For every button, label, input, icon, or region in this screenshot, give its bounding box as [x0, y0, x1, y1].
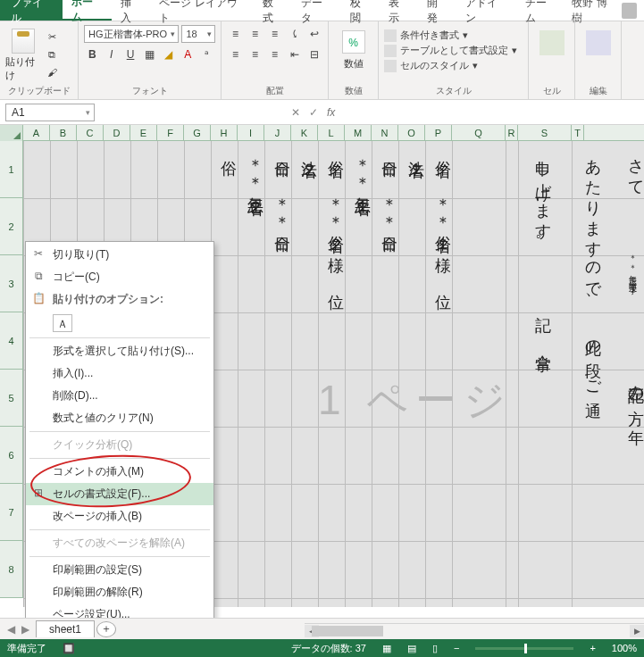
paste-options[interactable]: Ａ [26, 311, 213, 336]
tab-view[interactable]: 表示 [380, 0, 418, 21]
col-header-P[interactable]: P [425, 125, 452, 140]
group-alignment: ≡ ≡ ≡ ⤹ ↩ ≡ ≡ ≡ ⇤ ⊟ 配置 [222, 21, 329, 99]
ctx-i[interactable]: 挿入(I)... [26, 362, 213, 385]
account-user[interactable]: 牧野 博樹 [565, 0, 644, 21]
tab-nav-prev[interactable]: ◀ [7, 623, 15, 636]
tab-nav-next[interactable]: ▶ [21, 623, 29, 636]
col-header-C[interactable]: C [77, 125, 104, 140]
cell-styles-button[interactable]: セルのスタイル ▾ [384, 59, 523, 72]
cut-button[interactable]: ✂ [43, 29, 61, 45]
underline-button[interactable]: U [122, 46, 138, 63]
col-header-I[interactable]: I [238, 125, 264, 140]
col-header-D[interactable]: D [104, 125, 130, 140]
border-button[interactable]: ▦ [141, 46, 157, 63]
col-header-Q[interactable]: Q [452, 125, 506, 140]
col-header-E[interactable]: E [130, 125, 157, 140]
col-header-H[interactable]: H [211, 125, 238, 140]
find-icon[interactable] [586, 30, 611, 55]
tab-page-layout[interactable]: ページ レイアウト [150, 0, 254, 21]
view-normal-icon[interactable]: ▦ [382, 643, 391, 654]
font-size-combo[interactable]: 18 [181, 25, 215, 43]
select-all-corner[interactable] [0, 125, 23, 141]
group-editing: 編集 [575, 21, 622, 99]
tab-home[interactable]: ホーム [63, 0, 112, 21]
ctx-c[interactable]: ⧉コピー(C) [26, 266, 213, 288]
col-header-O[interactable]: O [398, 125, 425, 140]
scroll-right-arrow[interactable]: ▶ [630, 625, 644, 637]
align-middle[interactable]: ≡ [247, 25, 263, 43]
conditional-format-button[interactable]: 条件付き書式 ▾ [384, 29, 523, 42]
format-as-table-button[interactable]: テーブルとして書式設定 ▾ [384, 44, 523, 57]
row-header-1[interactable]: 1 [0, 141, 22, 198]
row-header-2[interactable]: 2 [0, 198, 22, 255]
col-header-L[interactable]: L [318, 125, 345, 140]
align-right[interactable]: ≡ [266, 46, 283, 63]
col-header-A[interactable]: A [23, 125, 50, 140]
phonetic-button[interactable]: ᵃ [199, 46, 215, 63]
ctx-s[interactable]: 形式を選択して貼り付け(S)... [26, 340, 213, 362]
align-center[interactable]: ≡ [247, 46, 263, 63]
zoom-out[interactable]: − [454, 643, 459, 653]
horizontal-scrollbar[interactable]: ◀ ▶ [305, 623, 644, 639]
paste-button[interactable]: 貼り付け [5, 25, 41, 82]
row-header-7[interactable]: 7 [0, 484, 22, 541]
name-box[interactable]: A1 [5, 104, 95, 121]
tab-addin[interactable]: アドイン [456, 0, 515, 21]
col-header-R[interactable]: R [506, 125, 518, 140]
view-pagebreak-icon[interactable]: ▯ [432, 643, 438, 654]
view-layout-icon[interactable]: ▤ [407, 643, 416, 654]
format-painter-button[interactable]: 🖌 [43, 64, 61, 80]
col-header-K[interactable]: K [291, 125, 318, 140]
ctx-r[interactable]: 印刷範囲の解除(R) [26, 581, 213, 603]
tab-data[interactable]: データ [292, 0, 341, 21]
zoom-slider[interactable] [475, 647, 573, 650]
indent-dec[interactable]: ⇤ [286, 46, 303, 63]
tab-review[interactable]: 校閲 [341, 0, 380, 21]
tab-team[interactable]: チーム [516, 0, 565, 21]
align-top[interactable]: ≡ [227, 25, 244, 43]
sheet-tab[interactable]: sheet1 [36, 620, 95, 637]
col-header-S[interactable]: S [518, 125, 572, 140]
zoom-in[interactable]: + [590, 643, 595, 653]
file-tab[interactable]: ファイル [0, 0, 63, 21]
col-header-F[interactable]: F [157, 125, 184, 140]
zoom-level[interactable]: 100% [612, 643, 637, 653]
font-color-button[interactable]: A [180, 46, 196, 63]
fill-color-button[interactable]: ◢ [161, 46, 177, 63]
new-sheet-button[interactable]: ＋ [96, 621, 116, 637]
bold-button[interactable]: B [84, 46, 100, 63]
ctx-t[interactable]: ✂切り取り(T) [26, 244, 213, 266]
tab-insert[interactable]: 挿入 [112, 0, 150, 21]
col-header-T[interactable]: T [572, 125, 584, 140]
scroll-thumb[interactable] [312, 626, 383, 636]
orientation-button[interactable]: ⤹ [286, 25, 303, 43]
align-bottom[interactable]: ≡ [266, 25, 283, 43]
col-header-M[interactable]: M [345, 125, 372, 140]
tab-developer[interactable]: 開発 [418, 0, 456, 21]
font-name-combo[interactable]: HG正楷書体-PRO [84, 25, 179, 43]
tab-formulas[interactable]: 数式 [254, 0, 292, 21]
cancel-icon[interactable]: ✕ [291, 106, 300, 119]
italic-button[interactable]: I [103, 46, 119, 63]
col-header-N[interactable]: N [372, 125, 398, 140]
col-header-B[interactable]: B [50, 125, 77, 140]
row-header-3[interactable]: 3 [0, 255, 22, 312]
enter-icon[interactable]: ✓ [309, 106, 318, 119]
row-header-6[interactable]: 6 [0, 427, 22, 484]
wrap-button[interactable]: ↩ [305, 25, 322, 43]
fx-icon[interactable]: fx [327, 106, 335, 119]
ctx-s[interactable]: 印刷範囲の設定(S) [26, 559, 213, 581]
copy-button[interactable]: ⧉ [43, 46, 61, 62]
ctx-b[interactable]: 改ページの挿入(B) [26, 505, 213, 528]
cells-icon[interactable] [539, 30, 565, 55]
row-header-5[interactable]: 5 [0, 370, 22, 427]
ctx-n[interactable]: 数式と値のクリア(N) [26, 407, 213, 429]
col-header-J[interactable]: J [264, 125, 291, 140]
ctx-d[interactable]: 削除(D)... [26, 385, 213, 407]
row-header-8[interactable]: 8 [0, 541, 22, 598]
align-left[interactable]: ≡ [227, 46, 244, 63]
merge-button[interactable]: ⊟ [305, 46, 322, 63]
col-header-G[interactable]: G [184, 125, 211, 140]
row-header-4[interactable]: 4 [0, 312, 22, 370]
percent-icon[interactable]: % [342, 30, 365, 54]
